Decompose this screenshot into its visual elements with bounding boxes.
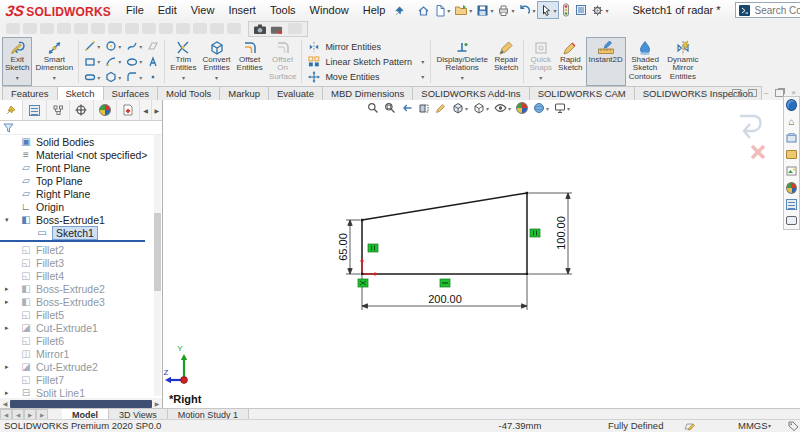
tree-item-solid-bodies[interactable]: ▣Solid Bodies [0,135,153,148]
slot-tool[interactable]: ▾ [83,71,104,83]
tree-item-top-plane[interactable]: ▱Top Plane [0,174,153,187]
tab-features[interactable]: Features [2,86,58,100]
tree-item-cut-extrude2[interactable]: ▸◪Cut-Extrude2 [0,360,153,373]
menu-insert[interactable]: Insert [221,2,263,18]
arc-tool[interactable]: ▾ [104,56,125,68]
repair-sketch-button[interactable]: Repair Sketch [491,37,521,86]
filter-funnel-icon[interactable] [3,123,14,133]
scrollbar-thumb[interactable] [154,213,161,291]
displaymanager-tab[interactable] [94,100,117,120]
solidworks-resources-button[interactable]: ⌂ [786,116,797,127]
scrollbar-thumb[interactable] [10,400,152,408]
scroll-left-icon[interactable]: ◀ [1,400,9,407]
rapid-sketch-button[interactable]: Rapid Sketch [555,37,585,86]
rebuild-button[interactable] [559,2,573,18]
tree-item-boss-extrude1[interactable]: ▾◧Boss-Extrude1 [0,213,153,226]
smart-dimension-button[interactable]: Smart Dimension ▾ [32,37,76,86]
display-delete-relations-button[interactable]: Display/Delete Relations ▾ [433,37,491,86]
tree-item-fillet2[interactable]: ◱Fillet2 [0,243,153,256]
graphics-area[interactable]: ▾ ▾ ▾ ▾ ▾ 65.00 [163,100,800,409]
propertymanager-tab[interactable] [23,100,46,120]
menu-file[interactable]: File [119,2,151,18]
file-properties-button[interactable] [573,2,589,18]
cam-tab[interactable] [117,100,140,120]
select-tool-button[interactable]: ▾ [537,1,559,19]
doc-minimize-icon[interactable]: – [764,88,768,97]
tab-solidworks-add-ins[interactable]: SOLIDWORKS Add-Ins [412,86,529,100]
point-tool[interactable] [146,71,160,83]
expand-icon[interactable]: ▸ [5,389,9,397]
tree-item-sketch1[interactable]: ▭Sketch1 [0,226,153,239]
tree-item-cut-extrude1[interactable]: ▸◪Cut-Extrude1 [0,321,153,334]
tree-item-material[interactable]: ≡Material <not specified> [0,148,153,161]
tree-item-split-line1[interactable]: ▸⊟Split Line1 [0,386,153,397]
text-tool[interactable] [146,56,160,68]
ellipse-tool[interactable]: ▾ [125,56,146,68]
options-button[interactable]: ▾ [589,2,610,18]
save-button[interactable]: ▾ [474,2,495,18]
tree-item-front-plane[interactable]: ▱Front Plane [0,161,153,174]
relation-vertical-left[interactable] [368,244,378,252]
tab-evaluate[interactable]: Evaluate [268,86,323,100]
view-palette-button[interactable] [786,166,797,177]
design-library-button[interactable] [786,133,797,144]
line-tool[interactable]: ▾ [83,40,104,52]
tree-item-boss-extrude3[interactable]: ▸◧Boss-Extrude3 [0,295,153,308]
offset-entities-button[interactable]: Offset Entities [234,37,266,86]
tab-markup[interactable]: Markup [219,86,269,100]
home-button[interactable] [415,2,432,18]
confirm-exit-sketch-icon[interactable] [740,116,761,138]
menu-view[interactable]: View [184,2,222,18]
tab-sketch[interactable]: Sketch [57,86,104,100]
tree-item-boss-extrude2[interactable]: ▸◧Boss-Extrude2 [0,282,153,295]
polygon-tool[interactable]: ▾ [104,71,125,83]
dimension-text-bottom[interactable]: 200.00 [428,293,462,305]
file-explorer-button[interactable] [786,149,797,160]
expand-icon[interactable]: ▸ [5,285,9,293]
move-entities-button[interactable]: Move Entities ▾ [308,71,424,83]
tag-icon[interactable] [788,421,799,431]
featuremanager-tab[interactable] [0,100,23,120]
solidworks-forum-button[interactable] [786,215,797,226]
trim-entities-button[interactable]: Trim Entities ▾ [167,37,199,86]
menu-tools[interactable]: Tools [263,2,303,18]
dimxpertmanager-tab[interactable] [70,100,93,120]
undo-button[interactable]: ▾ [516,2,537,18]
mirror-entities-button[interactable]: Mirror Entities [308,41,424,53]
units-dropdown-icon[interactable]: ▾ [768,420,771,432]
dynamic-mirror-entities-button[interactable]: Dynamic Mirror Entities [664,37,701,86]
relation-horizontal-bottom[interactable] [440,279,450,287]
tree-item-fillet7[interactable]: ◱Fillet7 [0,373,153,386]
doc-restore-icon[interactable] [732,89,741,97]
new-document-button[interactable]: ▾ [432,2,452,18]
camera-icon[interactable] [253,23,267,35]
tree-item-fillet5[interactable]: ◱Fillet5 [0,308,153,321]
tab-mold-tools[interactable]: Mold Tools [157,86,220,100]
sketch-canvas[interactable]: 65.00 100.00 200.00 [163,100,800,409]
dimension-text-right[interactable]: 100.00 [555,216,567,250]
3dexperience-button[interactable] [786,100,797,111]
tree-item-right-plane[interactable]: ▱Right Plane [0,187,153,200]
circle-tool[interactable]: ▾ [104,40,125,52]
linear-sketch-pattern-button[interactable]: Linear Sketch Pattern ▾ [308,56,424,68]
tree-item-mirror1[interactable]: ◫Mirror1 [0,347,153,360]
tab-solidworks-cam[interactable]: SOLIDWORKS CAM [529,86,635,100]
menu-window[interactable]: Window [303,2,356,18]
configurationmanager-tab[interactable] [47,100,70,120]
menu-help[interactable]: Help [356,2,393,18]
rollback-bar[interactable] [0,240,145,242]
menu-edit[interactable]: Edit [151,2,184,18]
scroll-right-icon[interactable]: ▶ [153,400,161,407]
sketch-plane-tool[interactable] [146,40,160,52]
relation-vertical-right[interactable] [530,229,540,237]
custom-properties-button[interactable] [786,199,797,210]
doc-restore-icon[interactable] [748,89,757,97]
convert-entities-button[interactable]: Convert Entities ▾ [200,37,234,86]
search-input[interactable] [753,4,800,17]
tree-vertical-scrollbar[interactable] [154,135,161,396]
tab-surfaces[interactable]: Surfaces [103,86,159,100]
open-document-button[interactable]: ▾ [452,2,474,18]
exit-sketch-button[interactable]: Exit Sketch ▾ [2,37,32,86]
panel-tab-scroll-left[interactable]: ◀ [140,100,151,120]
tree-item-origin[interactable]: ∟Origin [0,200,153,213]
